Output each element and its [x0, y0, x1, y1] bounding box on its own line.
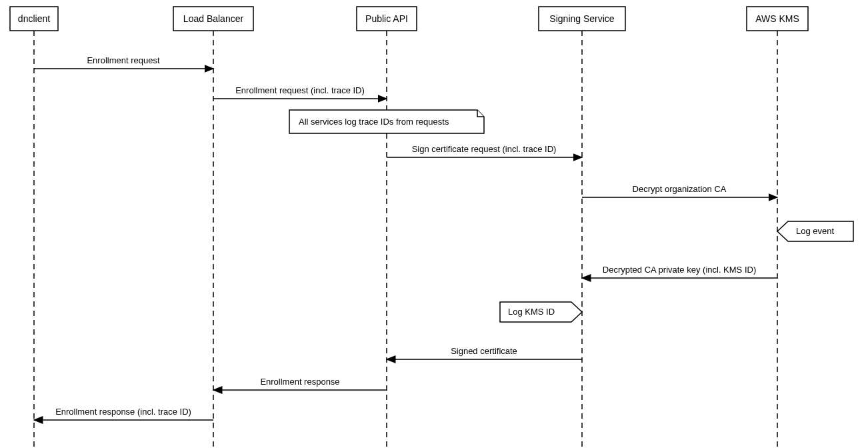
msg-label: Enrollment request (incl. trace ID) — [235, 85, 365, 95]
participant-label: Public API — [365, 13, 408, 24]
sequence-diagram: dnclient Load Balancer Public API Signin… — [0, 0, 868, 448]
msg-label: Enrollment response — [260, 377, 339, 387]
msg-enrollment-response-traceid: Enrollment response (incl. trace ID) — [34, 407, 213, 420]
msg-sign-cert-request: Sign certificate request (incl. trace ID… — [387, 144, 582, 157]
participant-label: Signing Service — [549, 13, 614, 24]
msg-enrollment-request: Enrollment request — [34, 55, 213, 69]
msg-label: Enrollment request — [87, 55, 159, 65]
note-label: All services log trace IDs from requests — [299, 117, 449, 127]
note-label: Log event — [796, 226, 834, 236]
msg-decrypt-ca: Decrypt organization CA — [582, 184, 777, 197]
participant-aws-kms: AWS KMS — [747, 7, 808, 31]
msg-label: Decrypt organization CA — [633, 184, 727, 194]
msg-signed-cert: Signed certificate — [387, 346, 582, 359]
msg-decrypted-key: Decrypted CA private key (incl. KMS ID) — [582, 265, 777, 278]
participant-label: Load Balancer — [183, 13, 244, 24]
participant-label: dnclient — [18, 13, 50, 24]
msg-enrollment-request-traceid: Enrollment request (incl. trace ID) — [213, 85, 387, 99]
msg-label: Enrollment response (incl. trace ID) — [55, 407, 191, 417]
msg-enrollment-response: Enrollment response — [213, 377, 387, 390]
participant-load-balancer: Load Balancer — [173, 7, 253, 31]
participant-signing-service: Signing Service — [539, 7, 625, 31]
note-label: Log KMS ID — [508, 307, 555, 317]
participant-label: AWS KMS — [755, 13, 799, 24]
participant-dnclient: dnclient — [10, 7, 58, 31]
msg-label: Decrypted CA private key (incl. KMS ID) — [603, 265, 756, 275]
participant-public-api: Public API — [357, 7, 417, 31]
note-log-event: Log event — [777, 221, 853, 241]
note-trace-ids: All services log trace IDs from requests — [289, 110, 484, 133]
msg-label: Sign certificate request (incl. trace ID… — [412, 144, 557, 154]
msg-label: Signed certificate — [451, 346, 517, 356]
note-log-kms-id: Log KMS ID — [500, 302, 582, 322]
